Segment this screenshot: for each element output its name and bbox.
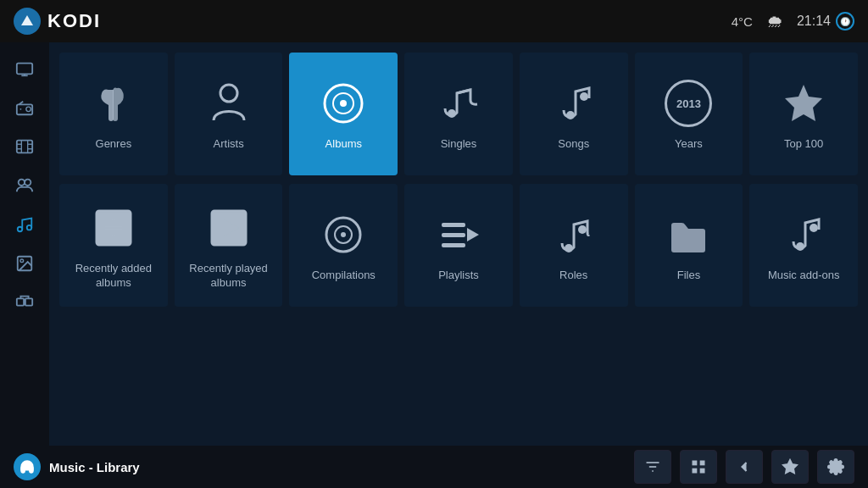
bottombar-right	[634, 450, 854, 484]
grid-item-files[interactable]: Files	[635, 184, 743, 307]
music-addons-icon	[782, 209, 826, 260]
clock-icon: 🕐	[836, 12, 854, 30]
recently-added-label: Recently added albums	[67, 262, 160, 291]
songs-label: Songs	[558, 137, 589, 152]
svg-marker-42	[467, 228, 479, 241]
svg-rect-39	[442, 223, 465, 227]
grid-item-years[interactable]: 2013 Years	[635, 53, 743, 175]
compilations-icon	[321, 209, 365, 260]
grid-item-singles[interactable]: Singles	[404, 53, 513, 175]
svg-rect-22	[25, 298, 32, 305]
music-addons-label: Music add-ons	[768, 269, 840, 283]
grid-item-genres[interactable]: Genres	[59, 53, 168, 175]
artists-icon	[209, 78, 248, 129]
grid-row-2: Recently added albums Recently played al…	[59, 184, 858, 307]
files-icon	[666, 209, 710, 260]
back-button[interactable]	[726, 450, 763, 484]
years-badge-text: 2013	[676, 97, 701, 110]
sidebar-item-addons[interactable]	[7, 285, 42, 320]
page-title: Music - Library	[49, 460, 140, 474]
songs-icon	[552, 78, 596, 129]
temperature: 4°C	[732, 14, 753, 29]
svg-point-38	[341, 232, 346, 237]
svg-rect-41	[442, 243, 465, 247]
sidebar	[0, 42, 49, 446]
singles-icon	[437, 78, 481, 129]
grid-item-roles[interactable]: Roles	[520, 184, 628, 307]
svg-point-18	[27, 225, 32, 230]
svg-rect-21	[17, 298, 24, 305]
grid-item-compilations[interactable]: Compilations	[289, 184, 398, 307]
genres-icon	[93, 78, 134, 129]
svg-point-27	[448, 109, 456, 118]
svg-point-43	[565, 244, 573, 252]
recently-played-icon	[207, 202, 251, 253]
app-title: KODI	[47, 10, 101, 32]
top100-icon	[782, 78, 826, 129]
svg-rect-40	[442, 233, 465, 237]
svg-point-6	[26, 107, 31, 111]
svg-rect-51	[700, 461, 705, 466]
sidebar-item-tvshows[interactable]	[7, 168, 42, 203]
roles-label: Roles	[559, 269, 587, 283]
playlists-label: Playlists	[438, 269, 479, 283]
svg-point-17	[18, 227, 23, 232]
grid-item-top100[interactable]: Top 100	[749, 53, 858, 175]
filter-button[interactable]	[634, 450, 671, 484]
bottombar-left: Music - Library	[14, 453, 634, 480]
svg-rect-53	[700, 469, 705, 474]
main-content: Genres Artists Albums Singles	[49, 42, 868, 446]
svg-point-15	[19, 180, 25, 186]
grid-item-recently-added[interactable]: Recently added albums	[59, 184, 168, 307]
bottom-bar: Music - Library	[0, 446, 868, 488]
svg-marker-30	[785, 85, 822, 121]
svg-point-46	[810, 224, 818, 232]
favourite-button[interactable]	[771, 450, 809, 484]
settings-button[interactable]	[817, 450, 854, 484]
playlists-icon	[437, 209, 481, 260]
files-label: Files	[677, 269, 700, 283]
clock-time: 21:14	[797, 14, 831, 29]
sidebar-item-movies[interactable]	[7, 129, 42, 164]
svg-point-44	[578, 225, 587, 234]
logo-area: KODI	[14, 8, 101, 35]
top-bar: KODI 4°C 🌧 21:14 🕐	[0, 0, 868, 42]
svg-rect-50	[693, 461, 698, 466]
singles-label: Singles	[441, 137, 477, 152]
svg-point-45	[796, 242, 804, 251]
sidebar-item-tv[interactable]	[7, 51, 42, 86]
weather-icon: 🌧	[766, 12, 783, 31]
svg-marker-0	[21, 15, 33, 25]
headphone-icon	[14, 453, 41, 480]
sidebar-item-radio[interactable]	[7, 90, 42, 125]
svg-marker-54	[783, 460, 798, 474]
grid-item-artists[interactable]: Artists	[175, 53, 283, 175]
years-label: Years	[675, 137, 703, 152]
grid-item-playlists[interactable]: Playlists	[404, 184, 513, 307]
svg-rect-8	[17, 141, 32, 153]
recently-added-icon	[92, 202, 136, 253]
grid-item-music-addons[interactable]: Music add-ons	[749, 184, 858, 307]
genres-label: Genres	[96, 137, 132, 152]
years-badge: 2013	[665, 80, 712, 127]
svg-rect-4	[17, 104, 32, 114]
svg-rect-52	[693, 469, 698, 474]
years-icon: 2013	[665, 78, 712, 129]
svg-rect-1	[17, 64, 32, 75]
svg-point-16	[25, 180, 31, 186]
svg-point-29	[580, 92, 588, 101]
roles-icon	[552, 209, 596, 260]
sidebar-item-photos[interactable]	[7, 246, 42, 281]
sidebar-item-music[interactable]	[7, 207, 42, 242]
grid-item-albums[interactable]: Albums	[289, 53, 398, 175]
artists-label: Artists	[214, 137, 244, 152]
svg-point-23	[220, 85, 237, 102]
albums-label: Albums	[326, 137, 362, 152]
top100-label: Top 100	[784, 137, 823, 152]
view-button[interactable]	[680, 450, 717, 484]
grid-item-songs[interactable]: Songs	[520, 53, 628, 175]
recently-played-label: Recently played albums	[182, 262, 275, 291]
grid-item-recently-played[interactable]: Recently played albums	[175, 184, 283, 307]
svg-point-7	[20, 108, 22, 110]
svg-point-20	[20, 259, 24, 263]
